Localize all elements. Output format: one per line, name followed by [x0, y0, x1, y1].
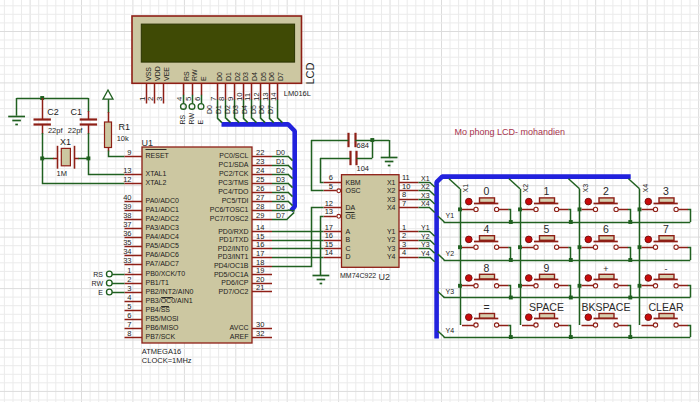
svg-text:7: 7: [209, 97, 218, 101]
svg-text:PB6/MISO: PB6/MISO: [146, 324, 180, 331]
svg-text:2: 2: [603, 185, 609, 197]
svg-text:Y2: Y2: [421, 233, 430, 240]
svg-text:PC4/TDO: PC4/TDO: [218, 188, 249, 195]
svg-text:X4: X4: [421, 200, 430, 207]
svg-text:DA: DA: [346, 204, 356, 211]
svg-text:D: D: [346, 253, 351, 260]
svg-text:Y1: Y1: [387, 228, 396, 235]
svg-text:1M: 1M: [57, 169, 67, 178]
svg-text:-: -: [665, 264, 668, 274]
svg-text:D5: D5: [276, 194, 285, 201]
svg-text:RS: RS: [179, 114, 186, 124]
svg-text:1: 1: [544, 185, 550, 197]
svg-text:4: 4: [484, 223, 490, 235]
svg-text:PB1/T1: PB1/T1: [146, 279, 169, 286]
svg-text:Y3: Y3: [421, 241, 430, 248]
svg-text:5: 5: [329, 182, 333, 191]
svg-text:U1: U1: [142, 138, 154, 148]
svg-text:40: 40: [123, 193, 131, 202]
svg-text:12: 12: [252, 92, 261, 101]
svg-text:X1: X1: [462, 184, 469, 193]
svg-text:CLOCK=1MHz: CLOCK=1MHz: [142, 356, 192, 365]
svg-text:0: 0: [484, 185, 490, 197]
svg-text:CLEAR: CLEAR: [648, 301, 683, 313]
svg-text:26: 26: [256, 184, 264, 193]
svg-text:PC0/SCL: PC0/SCL: [219, 152, 248, 159]
svg-text:C1: C1: [70, 107, 82, 117]
svg-text:LCD: LCD: [305, 63, 317, 85]
svg-text:D6: D6: [258, 105, 265, 114]
svg-text:PB4/SS: PB4/SS: [146, 306, 171, 313]
svg-text:28: 28: [256, 202, 264, 211]
svg-text:RS: RS: [93, 271, 103, 278]
svg-text:27: 27: [256, 193, 264, 202]
svg-text:D2: D2: [234, 72, 241, 81]
svg-text:X2: X2: [387, 187, 396, 194]
svg-text:VSS: VSS: [145, 67, 152, 81]
svg-text:A: A: [346, 228, 351, 235]
svg-text:PD5/OC1A: PD5/OC1A: [214, 271, 249, 278]
svg-text:SPACE: SPACE: [529, 301, 564, 313]
svg-text:33: 33: [123, 256, 131, 265]
svg-text:7: 7: [402, 199, 406, 208]
svg-text:D4: D4: [276, 185, 285, 192]
svg-text:D6: D6: [276, 203, 285, 210]
svg-text:Y2: Y2: [446, 250, 455, 257]
svg-text:Y4: Y4: [387, 253, 396, 260]
svg-text:PA7/ADC7: PA7/ADC7: [146, 260, 179, 267]
svg-text:D7: D7: [276, 212, 285, 219]
svg-text:D4: D4: [251, 72, 258, 81]
svg-text:35: 35: [123, 238, 131, 247]
svg-text:1: 1: [138, 97, 147, 101]
svg-text:RS: RS: [183, 71, 190, 81]
svg-text:E: E: [200, 76, 207, 81]
svg-text:22pf: 22pf: [48, 126, 64, 135]
svg-text:ATMEGA16: ATMEGA16: [142, 347, 181, 356]
svg-text:Mo phong LCD- mohandien: Mo phong LCD- mohandien: [454, 127, 565, 137]
svg-text:3: 3: [663, 185, 669, 197]
svg-text:37: 37: [123, 220, 131, 229]
svg-text:B: B: [346, 236, 351, 243]
svg-text:13: 13: [261, 92, 270, 101]
svg-text:25: 25: [256, 175, 264, 184]
svg-text:12: 12: [123, 175, 131, 184]
svg-text:PD7/OC2: PD7/OC2: [219, 288, 249, 295]
svg-text:Y4: Y4: [446, 327, 455, 334]
svg-text:6: 6: [193, 97, 202, 101]
svg-text:21: 21: [256, 283, 264, 292]
svg-text:PA6/ADC6: PA6/ADC6: [146, 251, 179, 258]
svg-text:14: 14: [325, 248, 333, 257]
svg-text:Y4: Y4: [421, 250, 430, 257]
svg-text:17: 17: [256, 249, 264, 258]
svg-text:10k: 10k: [117, 134, 129, 143]
svg-text:E: E: [197, 120, 204, 125]
svg-text:MM74C922: MM74C922: [340, 272, 376, 279]
svg-text:34: 34: [123, 247, 131, 256]
svg-text:X1: X1: [60, 137, 71, 147]
svg-text:22: 22: [256, 148, 264, 157]
svg-text:R1: R1: [119, 122, 131, 132]
svg-text:PC1/SDA: PC1/SDA: [219, 161, 249, 168]
svg-text:29: 29: [256, 211, 264, 220]
svg-text:RESET: RESET: [146, 152, 170, 159]
svg-text:8: 8: [127, 329, 131, 338]
svg-text:Y1: Y1: [421, 224, 430, 231]
svg-text:36: 36: [123, 229, 131, 238]
svg-text:D0: D0: [216, 72, 223, 81]
svg-text:684: 684: [357, 141, 370, 150]
svg-text:4: 4: [402, 248, 406, 257]
svg-text:5: 5: [544, 223, 550, 235]
svg-text:7: 7: [127, 320, 131, 329]
svg-text:PD1/TXD: PD1/TXD: [219, 236, 249, 243]
svg-text:PB5/MOSI: PB5/MOSI: [146, 315, 179, 322]
svg-text:Y1: Y1: [446, 212, 455, 219]
svg-text:PA1/ADC1: PA1/ADC1: [146, 206, 179, 213]
svg-text:D5: D5: [260, 72, 267, 81]
svg-text:6: 6: [127, 311, 131, 320]
svg-text:VEE: VEE: [163, 67, 170, 81]
svg-text:7: 7: [663, 223, 669, 235]
svg-text:LM016L: LM016L: [284, 89, 311, 98]
svg-text:PB2/INT2/AIN0: PB2/INT2/AIN0: [146, 288, 194, 295]
svg-text:D7: D7: [277, 72, 284, 81]
svg-text:PB0/XCK/T0: PB0/XCK/T0: [146, 270, 186, 277]
